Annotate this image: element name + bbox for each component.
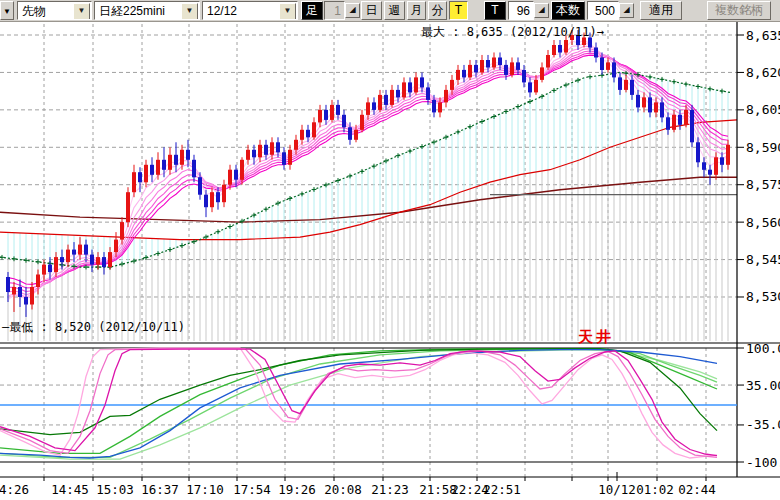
svg-text:15:03: 15:03 (96, 482, 134, 497)
svg-text:8,635: 8,635 (746, 28, 780, 43)
svg-text:02:44: 02:44 (678, 482, 716, 497)
svg-text:8,575: 8,575 (746, 177, 780, 192)
svg-text:20:08: 20:08 (324, 482, 362, 497)
svg-text:16:37: 16:37 (141, 482, 179, 497)
svg-text:100.00: 100.00 (746, 341, 780, 356)
svg-text:21:23: 21:23 (371, 482, 409, 497)
svg-text:8,530: 8,530 (746, 289, 780, 304)
svg-text:22:51: 22:51 (483, 482, 521, 497)
svg-text:-35.00: -35.00 (746, 417, 780, 432)
svg-text:4:26: 4:26 (0, 482, 29, 497)
max-price-annotation: 最大 : 8,635 (2012/10/11)→ (421, 24, 604, 41)
app-window: ▼ 先物 ▼ 日経225mini ▼ 12/12 ▼ 足 1 ◢ 日 週 月 分… (0, 0, 780, 500)
svg-text:8,545: 8,545 (746, 252, 780, 267)
svg-text:17:54: 17:54 (233, 482, 271, 497)
svg-text:17:10: 17:10 (186, 482, 224, 497)
svg-text:14:45: 14:45 (51, 482, 89, 497)
svg-text:19:26: 19:26 (278, 482, 316, 497)
svg-text:8,590: 8,590 (746, 140, 780, 155)
svg-text:8,620: 8,620 (746, 65, 780, 80)
svg-text:8,560: 8,560 (746, 215, 780, 230)
svg-text:8,605: 8,605 (746, 102, 780, 117)
ceiling-annotation: 天井 (578, 328, 614, 347)
svg-text:-100.00: -100.00 (746, 455, 780, 470)
min-price-annotation: ―最低 : 8,520 (2012/10/11) (2, 319, 185, 336)
svg-text:01:02: 01:02 (636, 482, 674, 497)
svg-text:35.00: 35.00 (746, 378, 780, 393)
svg-text:10/12: 10/12 (598, 482, 636, 497)
